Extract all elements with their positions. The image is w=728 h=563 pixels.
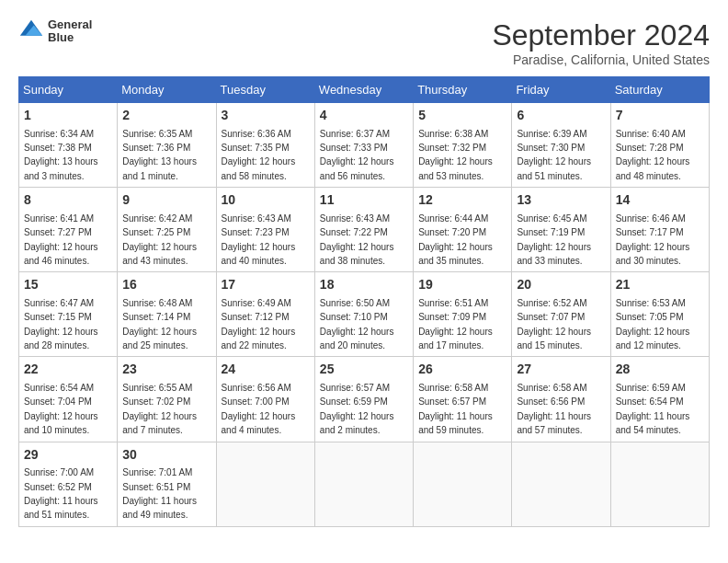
day-info: Sunrise: 6:36 AM Sunset: 7:35 PM Dayligh… — [222, 129, 296, 181]
day-info: Sunrise: 6:47 AM Sunset: 7:15 PM Dayligh… — [24, 298, 98, 350]
calendar-cell: 10Sunrise: 6:43 AM Sunset: 7:23 PM Dayli… — [216, 188, 314, 272]
calendar-cell: 16Sunrise: 6:48 AM Sunset: 7:14 PM Dayli… — [118, 272, 216, 357]
day-info: Sunrise: 6:44 AM Sunset: 7:20 PM Dayligh… — [418, 213, 493, 266]
day-number: 24 — [222, 361, 310, 379]
day-info: Sunrise: 6:51 AM Sunset: 7:09 PM Dayligh… — [418, 298, 493, 350]
day-info: Sunrise: 6:50 AM Sunset: 7:10 PM Dayligh… — [320, 298, 394, 350]
col-saturday: Saturday — [610, 77, 709, 103]
day-number: 11 — [320, 191, 408, 210]
day-number: 29 — [24, 446, 112, 465]
logo-text: General Blue — [48, 18, 92, 45]
day-info: Sunrise: 6:48 AM Sunset: 7:14 PM Dayligh… — [122, 298, 197, 350]
logo: General Blue — [18, 18, 92, 45]
col-sunday: Sunday — [19, 77, 118, 103]
calendar-cell: 4Sunrise: 6:37 AM Sunset: 7:33 PM Daylig… — [314, 103, 413, 188]
calendar-cell: 13Sunrise: 6:45 AM Sunset: 7:19 PM Dayli… — [512, 188, 610, 272]
calendar-cell: 27Sunrise: 6:58 AM Sunset: 6:56 PM Dayli… — [512, 357, 610, 442]
day-info: Sunrise: 6:59 AM Sunset: 6:54 PM Dayligh… — [616, 383, 690, 435]
calendar-cell: 6Sunrise: 6:39 AM Sunset: 7:30 PM Daylig… — [512, 103, 610, 188]
day-info: Sunrise: 6:46 AM Sunset: 7:17 PM Dayligh… — [616, 213, 690, 266]
calendar-cell: 15Sunrise: 6:47 AM Sunset: 7:15 PM Dayli… — [19, 272, 118, 357]
day-number: 25 — [320, 361, 408, 379]
day-info: Sunrise: 6:43 AM Sunset: 7:23 PM Dayligh… — [222, 213, 296, 266]
calendar-cell — [216, 442, 314, 526]
day-info: Sunrise: 6:54 AM Sunset: 7:04 PM Dayligh… — [24, 383, 98, 435]
col-friday: Friday — [512, 77, 610, 103]
day-number: 1 — [24, 107, 112, 125]
calendar-cell: 23Sunrise: 6:55 AM Sunset: 7:02 PM Dayli… — [118, 357, 216, 442]
day-number: 22 — [24, 361, 112, 379]
calendar-cell — [610, 442, 709, 526]
day-number: 15 — [24, 276, 112, 294]
calendar-cell: 29Sunrise: 7:00 AM Sunset: 6:52 PM Dayli… — [19, 442, 118, 526]
day-info: Sunrise: 6:58 AM Sunset: 6:56 PM Dayligh… — [517, 383, 591, 435]
location-title: Paradise, California, United States — [492, 52, 710, 67]
calendar-cell — [414, 442, 512, 526]
day-number: 14 — [616, 191, 704, 210]
calendar-cell: 2Sunrise: 6:35 AM Sunset: 7:36 PM Daylig… — [118, 103, 216, 188]
day-number: 26 — [418, 361, 506, 379]
calendar-cell: 30Sunrise: 7:01 AM Sunset: 6:51 PM Dayli… — [118, 442, 216, 526]
day-number: 17 — [222, 276, 310, 294]
calendar-cell — [314, 442, 413, 526]
calendar-cell: 9Sunrise: 6:42 AM Sunset: 7:25 PM Daylig… — [118, 188, 216, 272]
calendar-cell: 18Sunrise: 6:50 AM Sunset: 7:10 PM Dayli… — [314, 272, 413, 357]
day-number: 4 — [320, 107, 408, 125]
calendar-cell: 5Sunrise: 6:38 AM Sunset: 7:32 PM Daylig… — [414, 103, 512, 188]
day-number: 9 — [122, 191, 210, 210]
calendar-cell: 25Sunrise: 6:57 AM Sunset: 6:59 PM Dayli… — [314, 357, 413, 442]
calendar-week-row: 8Sunrise: 6:41 AM Sunset: 7:27 PM Daylig… — [19, 188, 710, 272]
day-info: Sunrise: 6:57 AM Sunset: 6:59 PM Dayligh… — [320, 383, 394, 435]
calendar-cell: 21Sunrise: 6:53 AM Sunset: 7:05 PM Dayli… — [610, 272, 709, 357]
calendar-week-row: 22Sunrise: 6:54 AM Sunset: 7:04 PM Dayli… — [19, 357, 710, 442]
day-info: Sunrise: 6:49 AM Sunset: 7:12 PM Dayligh… — [222, 298, 296, 350]
col-thursday: Thursday — [414, 77, 512, 103]
day-number: 19 — [418, 276, 506, 294]
day-info: Sunrise: 6:37 AM Sunset: 7:33 PM Dayligh… — [320, 129, 394, 181]
calendar-cell: 24Sunrise: 6:56 AM Sunset: 7:00 PM Dayli… — [216, 357, 314, 442]
calendar-cell: 12Sunrise: 6:44 AM Sunset: 7:20 PM Dayli… — [414, 188, 512, 272]
day-number: 16 — [122, 276, 210, 294]
calendar-cell: 8Sunrise: 6:41 AM Sunset: 7:27 PM Daylig… — [19, 188, 118, 272]
logo-line2: Blue — [48, 31, 92, 44]
page-header: General Blue September 2024 Paradise, Ca… — [18, 18, 710, 67]
calendar-cell: 19Sunrise: 6:51 AM Sunset: 7:09 PM Dayli… — [414, 272, 512, 357]
day-number: 27 — [517, 361, 605, 379]
day-info: Sunrise: 6:35 AM Sunset: 7:36 PM Dayligh… — [122, 129, 197, 181]
col-wednesday: Wednesday — [314, 77, 413, 103]
day-info: Sunrise: 6:55 AM Sunset: 7:02 PM Dayligh… — [122, 383, 197, 435]
calendar-cell: 7Sunrise: 6:40 AM Sunset: 7:28 PM Daylig… — [610, 103, 709, 188]
day-info: Sunrise: 6:41 AM Sunset: 7:27 PM Dayligh… — [24, 213, 98, 266]
day-info: Sunrise: 6:53 AM Sunset: 7:05 PM Dayligh… — [616, 298, 690, 350]
day-number: 28 — [616, 361, 704, 379]
day-number: 5 — [418, 107, 506, 125]
day-number: 23 — [122, 361, 210, 379]
col-tuesday: Tuesday — [216, 77, 314, 103]
calendar-cell: 17Sunrise: 6:49 AM Sunset: 7:12 PM Dayli… — [216, 272, 314, 357]
day-info: Sunrise: 7:00 AM Sunset: 6:52 PM Dayligh… — [24, 467, 98, 520]
day-info: Sunrise: 6:38 AM Sunset: 7:32 PM Dayligh… — [418, 129, 493, 181]
day-info: Sunrise: 6:52 AM Sunset: 7:07 PM Dayligh… — [517, 298, 591, 350]
day-info: Sunrise: 6:40 AM Sunset: 7:28 PM Dayligh… — [616, 129, 690, 181]
col-monday: Monday — [118, 77, 216, 103]
calendar-cell: 1Sunrise: 6:34 AM Sunset: 7:38 PM Daylig… — [19, 103, 118, 188]
day-info: Sunrise: 6:39 AM Sunset: 7:30 PM Dayligh… — [517, 129, 591, 181]
day-number: 7 — [616, 107, 704, 125]
calendar-cell: 3Sunrise: 6:36 AM Sunset: 7:35 PM Daylig… — [216, 103, 314, 188]
day-number: 8 — [24, 191, 112, 210]
day-number: 3 — [222, 107, 310, 125]
calendar-cell: 28Sunrise: 6:59 AM Sunset: 6:54 PM Dayli… — [610, 357, 709, 442]
calendar-week-row: 1Sunrise: 6:34 AM Sunset: 7:38 PM Daylig… — [19, 103, 710, 188]
day-number: 12 — [418, 191, 506, 210]
day-number: 2 — [122, 107, 210, 125]
day-info: Sunrise: 7:01 AM Sunset: 6:51 PM Dayligh… — [122, 467, 197, 520]
title-section: September 2024 Paradise, California, Uni… — [492, 18, 710, 67]
day-number: 30 — [122, 446, 210, 465]
days-header-row: Sunday Monday Tuesday Wednesday Thursday… — [19, 77, 710, 103]
day-number: 20 — [517, 276, 605, 294]
calendar-week-row: 29Sunrise: 7:00 AM Sunset: 6:52 PM Dayli… — [19, 442, 710, 526]
day-number: 10 — [222, 191, 310, 210]
calendar-body: 1Sunrise: 6:34 AM Sunset: 7:38 PM Daylig… — [19, 103, 710, 527]
calendar-week-row: 15Sunrise: 6:47 AM Sunset: 7:15 PM Dayli… — [19, 272, 710, 357]
calendar-cell: 14Sunrise: 6:46 AM Sunset: 7:17 PM Dayli… — [610, 188, 709, 272]
